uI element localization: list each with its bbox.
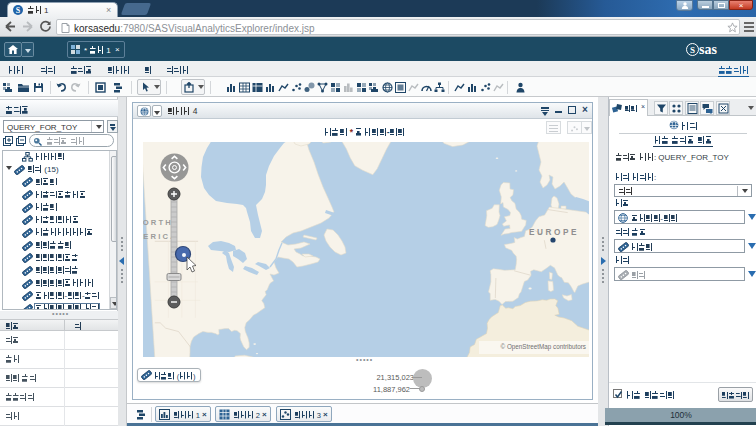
svg-text:© OpenStreetMap contributors: © OpenStreetMap contributors: [501, 343, 587, 351]
svg-text:EUROPE: EUROPE: [529, 228, 579, 237]
svg-text:S: S: [690, 45, 695, 55]
svg-text:S: S: [16, 6, 21, 15]
svg-text:NORTH: NORTH: [143, 218, 173, 227]
